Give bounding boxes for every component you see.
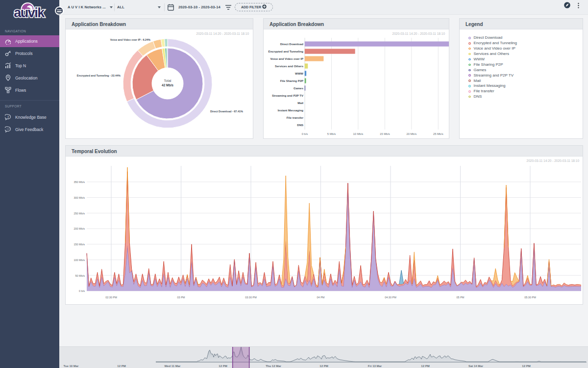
svg-text:Games: Games xyxy=(294,87,304,90)
svg-text:04 PM: 04 PM xyxy=(317,296,325,299)
svg-text:12 PM: 12 PM xyxy=(117,365,125,368)
svg-text:100 Mb/s: 100 Mb/s xyxy=(74,259,85,262)
svg-text:auvik: auvik xyxy=(14,5,45,20)
svg-text:12 PM: 12 PM xyxy=(219,365,227,368)
svg-text:12 PM: 12 PM xyxy=(319,365,328,368)
svg-text:Voice and Video over IP - 6.24: Voice and Video over IP - 6.24% xyxy=(110,38,150,41)
svg-text:350 Mb/s: 350 Mb/s xyxy=(74,181,85,184)
svg-text:WWW: WWW xyxy=(295,72,303,75)
svg-text:Mail: Mail xyxy=(297,102,303,105)
svg-text:Streaming and P2P TV: Streaming and P2P TV xyxy=(272,94,303,97)
svg-text:Wed 11 Mar: Wed 11 Mar xyxy=(165,365,181,368)
svg-text:Sat 14 Mar: Sat 14 Mar xyxy=(468,365,484,368)
svg-text:Instant Messaging: Instant Messaging xyxy=(278,109,304,112)
svg-text:Encrypted and Tunneling: Encrypted and Tunneling xyxy=(268,50,303,53)
svg-text:DNS: DNS xyxy=(297,124,303,127)
svg-text:Direct Download: Direct Download xyxy=(280,43,304,46)
svg-text:50 Mb/s: 50 Mb/s xyxy=(75,274,85,277)
svg-text:250 Mb/s: 250 Mb/s xyxy=(74,212,85,215)
svg-text:Voice and Video over IP: Voice and Video over IP xyxy=(270,57,303,60)
svg-text:Direct Download - 67.41%: Direct Download - 67.41% xyxy=(210,110,243,113)
svg-text:File transfer: File transfer xyxy=(287,116,304,119)
svg-text:Tue 10 Mar: Tue 10 Mar xyxy=(64,365,79,368)
svg-text:05 PM: 05 PM xyxy=(457,296,465,299)
svg-text:02:30 PM: 02:30 PM xyxy=(105,296,117,299)
svg-text:Total: Total xyxy=(164,79,172,82)
svg-text:20 Mb/s: 20 Mb/s xyxy=(406,132,416,135)
svg-text:200 Mb/s: 200 Mb/s xyxy=(74,227,85,230)
svg-text:0 b/s: 0 b/s xyxy=(302,132,308,135)
svg-text:12 PM: 12 PM xyxy=(421,365,429,368)
svg-text:0 b/s: 0 b/s xyxy=(79,289,85,292)
svg-text:25 Mb/s: 25 Mb/s xyxy=(433,132,443,135)
svg-text:Fri 13 Mar: Fri 13 Mar xyxy=(368,365,382,368)
svg-text:15 Mb/s: 15 Mb/s xyxy=(380,132,390,135)
svg-text:03:30 PM: 03:30 PM xyxy=(245,296,257,299)
svg-text:03 PM: 03 PM xyxy=(177,296,185,299)
svg-text:Encrypted and Tunneling - 22.4: Encrypted and Tunneling - 22.44% xyxy=(77,74,121,77)
svg-text:42 Mb/s: 42 Mb/s xyxy=(162,83,173,87)
svg-text:12 PM: 12 PM xyxy=(522,365,530,368)
svg-text:5 Mb/s: 5 Mb/s xyxy=(327,132,336,135)
svg-text:150 Mb/s: 150 Mb/s xyxy=(74,243,85,246)
svg-text:300 Mb/s: 300 Mb/s xyxy=(74,196,85,199)
svg-text:Services and Others: Services and Others xyxy=(275,65,304,68)
svg-text:10 Mb/s: 10 Mb/s xyxy=(353,132,364,135)
svg-text:!: ! xyxy=(7,115,8,119)
svg-text:05:30 PM: 05:30 PM xyxy=(524,296,536,299)
svg-text:Thu 12 Mar: Thu 12 Mar xyxy=(266,365,281,368)
svg-text:04:30 PM: 04:30 PM xyxy=(385,296,396,299)
svg-text:File Sharing P2P: File Sharing P2P xyxy=(280,79,303,82)
